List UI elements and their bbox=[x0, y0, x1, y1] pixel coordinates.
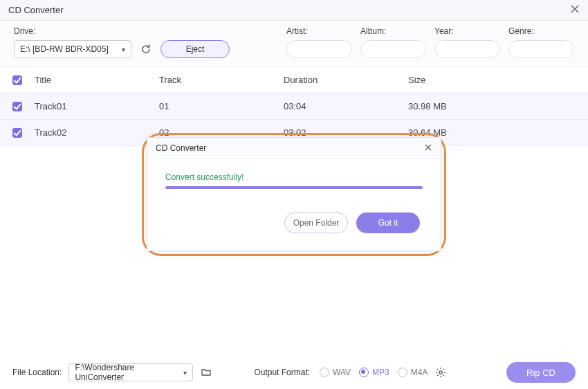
window-title: CD Converter bbox=[8, 5, 63, 15]
radio-dot bbox=[359, 368, 369, 377]
dialog-header: CD Converter bbox=[147, 138, 441, 159]
dialog-actions: Open Folder Got it bbox=[165, 212, 423, 233]
genre-group: Genre: bbox=[508, 26, 574, 58]
footer-bar: File Location: F:\Wondershare UniConvert… bbox=[0, 356, 588, 389]
close-icon[interactable] bbox=[570, 3, 580, 17]
row-checkbox[interactable] bbox=[12, 128, 22, 138]
output-format-radios: WAV MP3 M4A bbox=[320, 368, 428, 377]
status-text: Convert successfully! bbox=[165, 172, 423, 182]
cell-duration: 03:04 bbox=[284, 101, 408, 111]
artist-group: Artist: bbox=[286, 26, 352, 58]
year-input[interactable] bbox=[434, 40, 500, 58]
cell-size: 30.64 MB bbox=[408, 127, 585, 138]
radio-label: WAV bbox=[333, 368, 351, 377]
progress-bar bbox=[165, 186, 423, 189]
row-checkbox[interactable] bbox=[12, 102, 22, 111]
controls-row: Drive: E:\ [BD-RW BDR-XD05] ▾ Eject Arti… bbox=[0, 21, 588, 67]
chevron-down-icon: ▾ bbox=[122, 46, 125, 53]
output-format-label: Output Format: bbox=[254, 368, 310, 377]
radio-label: M4A bbox=[411, 368, 428, 377]
radio-m4a[interactable]: M4A bbox=[398, 368, 428, 377]
window-header: CD Converter bbox=[0, 0, 588, 21]
year-group: Year: bbox=[434, 26, 500, 58]
radio-mp3[interactable]: MP3 bbox=[359, 368, 389, 377]
drive-select[interactable]: E:\ [BD-RW BDR-XD05] ▾ bbox=[14, 40, 131, 58]
radio-wav[interactable]: WAV bbox=[320, 368, 351, 377]
dialog-body: Convert successfully! Open Folder Got it bbox=[147, 159, 441, 240]
rip-cd-button[interactable]: Rip CD bbox=[506, 362, 576, 383]
cell-size: 30.98 MB bbox=[408, 101, 585, 111]
cell-title: Track01 bbox=[35, 101, 159, 111]
col-track: Track bbox=[159, 75, 284, 85]
cell-track: 02 bbox=[159, 127, 284, 138]
svg-point-0 bbox=[439, 371, 442, 374]
year-label: Year: bbox=[434, 26, 500, 36]
cell-title: Track02 bbox=[35, 127, 159, 138]
convert-result-dialog: CD Converter Convert successfully! Open … bbox=[147, 137, 441, 251]
file-location-label: File Location: bbox=[12, 368, 62, 377]
artist-label: Artist: bbox=[286, 26, 352, 36]
open-folder-button[interactable]: Open Folder bbox=[284, 212, 348, 233]
folder-icon[interactable] bbox=[200, 366, 212, 379]
col-duration: Duration bbox=[284, 75, 408, 85]
track-table: Title Track Duration Size Track01 01 03:… bbox=[0, 67, 588, 146]
drive-group: Drive: E:\ [BD-RW BDR-XD05] ▾ bbox=[14, 26, 131, 58]
table-header: Title Track Duration Size bbox=[0, 67, 588, 93]
album-group: Album: bbox=[360, 26, 426, 58]
cell-track: 01 bbox=[159, 101, 284, 111]
artist-input[interactable] bbox=[286, 40, 352, 58]
genre-label: Genre: bbox=[508, 26, 574, 36]
table-row[interactable]: Track01 01 03:04 30.98 MB bbox=[0, 93, 588, 120]
gear-icon[interactable] bbox=[434, 366, 447, 379]
got-it-button[interactable]: Got it bbox=[356, 212, 420, 233]
radio-dot bbox=[320, 368, 329, 377]
dialog-title: CD Converter bbox=[156, 143, 206, 153]
file-location-select[interactable]: F:\Wondershare UniConverter ▾ bbox=[68, 363, 193, 381]
col-size: Size bbox=[408, 75, 585, 85]
radio-label: MP3 bbox=[372, 368, 389, 377]
genre-input[interactable] bbox=[508, 40, 574, 58]
chevron-down-icon: ▾ bbox=[183, 369, 187, 377]
col-title: Title bbox=[35, 75, 159, 85]
refresh-icon[interactable] bbox=[140, 43, 152, 55]
radio-dot bbox=[398, 368, 407, 377]
cell-duration: 03:02 bbox=[284, 127, 408, 138]
file-location-value: F:\Wondershare UniConverter bbox=[75, 363, 183, 382]
drive-value: E:\ [BD-RW BDR-XD05] bbox=[20, 44, 109, 54]
dialog-close-icon[interactable] bbox=[424, 142, 432, 154]
eject-button[interactable]: Eject bbox=[160, 40, 230, 58]
select-all-checkbox[interactable] bbox=[12, 75, 22, 85]
album-label: Album: bbox=[360, 26, 426, 36]
drive-label: Drive: bbox=[14, 26, 131, 36]
album-input[interactable] bbox=[360, 40, 426, 58]
